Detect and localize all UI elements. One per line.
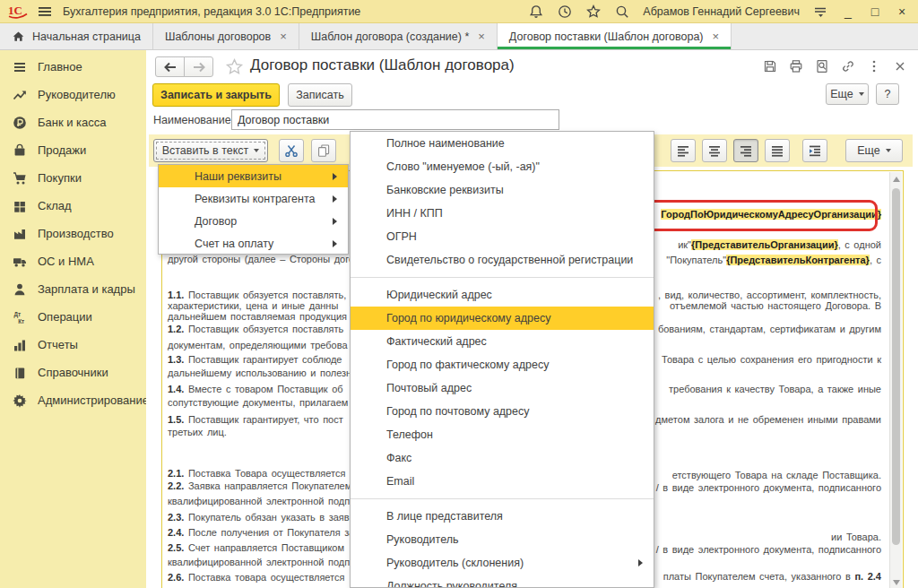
tab-close-icon[interactable]: × <box>713 30 720 43</box>
main-menu-hamburger-icon[interactable] <box>36 4 54 20</box>
scrollbar-thumb[interactable] <box>892 188 900 545</box>
menu-item-label: Банковские реквизиты <box>386 184 504 196</box>
align-right-button[interactable] <box>733 139 758 162</box>
submenu-item-10[interactable]: Город по фактическому адресу <box>351 353 654 376</box>
global-search-icon[interactable] <box>614 4 630 20</box>
sidebar-item-0[interactable]: Главное <box>0 53 146 81</box>
tab-0[interactable]: Начальная страница <box>0 23 153 49</box>
sidebar-item-10[interactable]: Отчеты <box>0 331 146 359</box>
save-button[interactable]: Записать <box>288 83 352 107</box>
contract-text-line: 1.4. Вместе с товаром Поставщик об <box>168 382 343 396</box>
sidebar-item-6[interactable]: Производство <box>0 220 146 247</box>
menu-item-label: ОГРН <box>386 230 417 243</box>
submenu-item-12[interactable]: Город по почтовому адресу <box>351 400 654 423</box>
gear-icon <box>13 393 27 408</box>
contract-text-line: квалифицированной электронной подпи <box>168 555 355 569</box>
insert-menu-item-2[interactable]: Договор <box>159 210 348 232</box>
more-button-toolbar[interactable]: Еще <box>845 139 903 162</box>
document-scrollbar[interactable] <box>889 172 902 588</box>
help-button[interactable]: ? <box>876 83 899 105</box>
submenu-item-1[interactable]: Слово "именуемое (-ый, -ая)" <box>351 155 654 178</box>
contract-text-line: ГородПоЮридическомуАдресуОрганизации} <box>661 207 881 221</box>
submenu-item-7[interactable]: Юридический адрес <box>351 283 654 307</box>
our-requisites-submenu: Полное наименованиеСлово "именуемое (-ый… <box>350 131 654 588</box>
indent-button[interactable] <box>802 139 827 162</box>
submenu-item-0[interactable]: Полное наименование <box>351 132 654 155</box>
sidebar-item-2[interactable]: Банк и касса <box>0 108 146 136</box>
submenu-item-17[interactable]: В лице представителя <box>351 505 654 528</box>
nav-back-button[interactable] <box>155 56 185 77</box>
sidebar-item-9[interactable]: ДтКтОперации <box>0 303 146 331</box>
window-close-button[interactable]: × <box>895 5 909 18</box>
tab-2[interactable]: Шаблон договора (создание) *× <box>299 23 498 49</box>
window-minimize-button[interactable]: _ <box>841 5 855 18</box>
name-field-label: Наименование: <box>153 114 234 126</box>
submenu-item-8[interactable]: Город по юридическому адресу <box>351 307 654 330</box>
sidebar-item-4[interactable]: Покупки <box>0 164 146 192</box>
insert-menu-item-3[interactable]: Счет на оплату <box>159 232 348 255</box>
print-icon[interactable] <box>789 59 803 74</box>
submenu-item-3[interactable]: ИНН / КПП <box>351 202 654 225</box>
cut-button[interactable] <box>279 139 304 162</box>
menu-lines-icon <box>13 60 27 74</box>
sidebar-item-5[interactable]: Склад <box>0 192 146 220</box>
sidebar-item-label: Продажи <box>38 143 86 157</box>
svg-text:1С: 1С <box>8 4 22 17</box>
tab-close-icon[interactable]: × <box>478 30 485 43</box>
tab-3[interactable]: Договор поставки (Шаблон договора)× <box>498 23 732 49</box>
close-form-icon[interactable] <box>893 59 907 74</box>
submenu-item-4[interactable]: ОГРН <box>351 225 654 248</box>
submenu-item-15[interactable]: Email <box>351 470 654 493</box>
submenu-item-11[interactable]: Почтовый адрес <box>351 376 654 400</box>
more-button-header[interactable]: Еще <box>826 83 869 105</box>
service-menu-icon[interactable] <box>812 4 828 20</box>
scroll-down-arrow-icon[interactable] <box>893 580 900 585</box>
sidebar-item-8[interactable]: Зарплата и кадры <box>0 275 146 303</box>
notifications-bell-icon[interactable] <box>528 4 544 20</box>
print-preview-icon[interactable] <box>815 59 829 74</box>
current-user-name[interactable]: Абрамов Геннадий Сергеевич <box>643 5 800 18</box>
add-to-favorites-star-icon[interactable] <box>225 57 244 76</box>
nav-forward-button[interactable] <box>184 56 213 77</box>
menu-item-label: Слово "именуемое (-ый, -ая)" <box>386 160 540 173</box>
more-dots-icon[interactable] <box>867 59 881 74</box>
menu-item-label: Наши реквизиты <box>195 170 281 183</box>
menu-item-label: Руководитель <box>386 533 459 546</box>
get-link-icon[interactable] <box>841 59 855 74</box>
tab-close-icon[interactable]: × <box>280 30 287 43</box>
insert-menu-item-1[interactable]: Реквизиты контрагента <box>159 187 348 210</box>
insert-into-text-button[interactable]: Вставить в текст <box>153 139 268 162</box>
sidebar-item-11[interactable]: Справочники <box>0 359 146 386</box>
submenu-item-2[interactable]: Банковские реквизиты <box>351 178 654 202</box>
history-icon[interactable] <box>557 4 573 20</box>
align-left-button[interactable] <box>671 139 696 162</box>
scroll-up-arrow-icon[interactable] <box>893 177 900 182</box>
align-justify-button[interactable] <box>765 139 790 162</box>
insert-menu-item-0[interactable]: Наши реквизиты <box>159 165 348 187</box>
submenu-item-20[interactable]: Должность руководителя <box>351 575 654 588</box>
contract-text-line: 2.5. Счет направляется Поставщиком <box>168 540 344 555</box>
sidebar-item-12[interactable]: Администрирование <box>0 386 146 414</box>
submenu-item-14[interactable]: Факс <box>351 446 654 470</box>
copy-button[interactable] <box>311 139 336 162</box>
1c-logo-icon: 1С <box>7 3 30 21</box>
submenu-item-13[interactable]: Телефон <box>351 423 654 446</box>
submenu-item-19[interactable]: Руководитель (склонения) <box>351 551 654 575</box>
window-maximize-button[interactable]: □ <box>868 5 882 18</box>
menu-item-label: Реквизиты контрагента <box>195 193 316 205</box>
contract-text-line: 2.4. После получения от Покупателя за <box>168 525 354 540</box>
save-and-close-button[interactable]: Записать и закрыть <box>152 83 280 107</box>
sidebar-item-7[interactable]: ОС и НМА <box>0 247 146 275</box>
align-center-button[interactable] <box>702 139 727 162</box>
favorites-star-icon[interactable] <box>585 4 602 20</box>
menu-separator <box>351 277 654 278</box>
save-icon[interactable] <box>763 59 777 74</box>
sidebar-item-1[interactable]: Руководителю <box>0 81 146 108</box>
tab-1[interactable]: Шаблоны договоров× <box>153 23 299 49</box>
menu-item-label: В лице представителя <box>386 510 503 523</box>
sidebar-item-3[interactable]: Продажи <box>0 136 146 164</box>
submenu-item-9[interactable]: Фактический адрес <box>351 330 654 353</box>
name-input[interactable] <box>231 109 559 130</box>
submenu-item-5[interactable]: Свидетельство о государственной регистра… <box>351 248 654 272</box>
submenu-item-18[interactable]: Руководитель <box>351 528 654 551</box>
